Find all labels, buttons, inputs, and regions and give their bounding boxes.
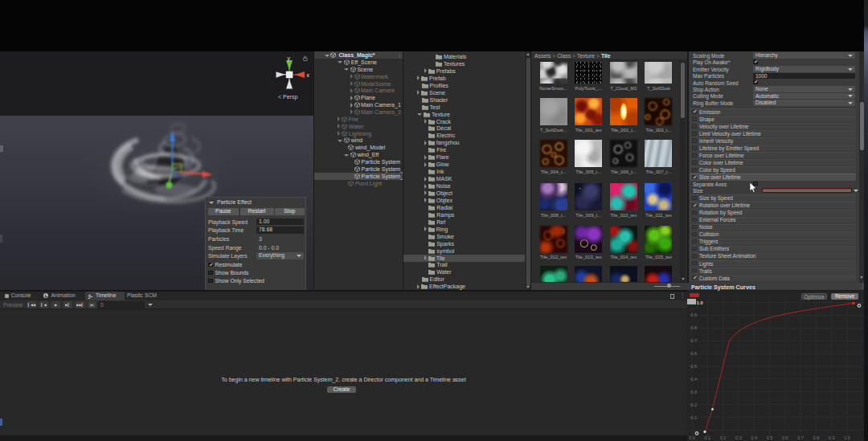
svg-text:0.8: 0.8 [690,325,697,330]
svg-text:0.8: 0.8 [813,435,820,439]
svg-text:0.2: 0.2 [720,435,727,439]
svg-text:0.0: 0.0 [689,435,695,439]
svg-text:x: x [307,72,310,78]
svg-text:0.5: 0.5 [690,364,697,369]
svg-text:0.6: 0.6 [782,435,788,439]
svg-text:1.0: 1.0 [697,300,703,304]
svg-text:0.5: 0.5 [767,435,773,439]
svg-text:0.7: 0.7 [690,338,697,343]
svg-text:0.9: 0.9 [690,312,697,317]
svg-text:0.4: 0.4 [690,376,697,381]
svg-text:0.6: 0.6 [690,351,697,356]
svg-text:0.9: 0.9 [829,435,835,439]
svg-text:1.0: 1.0 [844,435,850,439]
svg-text:0.1: 0.1 [704,435,710,439]
svg-text:0.7: 0.7 [797,435,804,439]
svg-text:0.2: 0.2 [690,402,697,406]
svg-text:0.3: 0.3 [735,435,742,439]
svg-text:0.4: 0.4 [751,435,757,439]
svg-text:0.1: 0.1 [690,414,697,419]
svg-text:< Persp: < Persp [278,94,297,100]
svg-text:0.3: 0.3 [690,389,697,394]
